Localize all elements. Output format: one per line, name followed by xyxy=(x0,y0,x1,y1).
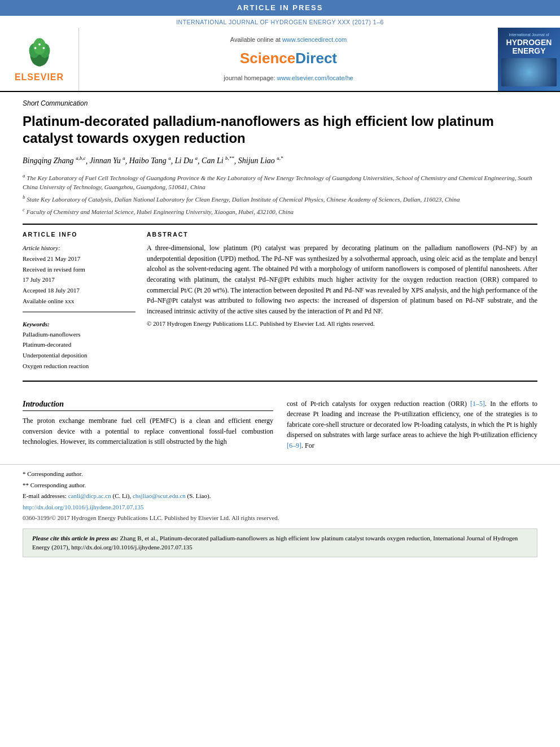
received-date: Received 21 May 2017 xyxy=(23,254,135,264)
abstract-text: A three-dimensional, low platinum (Pt) c… xyxy=(147,243,537,316)
sciencedirect-url[interactable]: www.sciencedirect.com xyxy=(282,36,347,43)
abstract-copyright: © 2017 Hydrogen Energy Publications LLC.… xyxy=(147,320,537,328)
ref-1-5[interactable]: [1–5] xyxy=(470,400,485,408)
author-lidu: Li Du a xyxy=(175,156,198,165)
footnote-corresponding-1: * Corresponding author. xyxy=(23,469,537,479)
footnote-doi: http://dx.doi.org/10.1016/j.ijhydene.201… xyxy=(23,503,537,512)
introduction-section: Introduction The proton exchange membran… xyxy=(23,399,537,451)
footnote-corresponding-2: ** Corresponding author. xyxy=(23,480,537,490)
email-label: E-mail addresses: xyxy=(23,492,67,499)
thick-divider xyxy=(23,224,537,225)
body-content: Introduction The proton exchange membran… xyxy=(0,387,560,451)
intro-left: Introduction The proton exchange membran… xyxy=(23,399,273,451)
citation-label: Please cite this article in press as: xyxy=(32,535,119,541)
keyword-3: Underpotential deposition xyxy=(23,350,135,361)
author-canli: Can Li b,** xyxy=(202,156,234,165)
article-title: Platinum-decorated palladium-nanoflowers… xyxy=(23,113,537,147)
sd-direct: Direct xyxy=(295,50,337,67)
article-in-press-text: ARTICLE IN PRESS xyxy=(237,3,323,12)
journal-header-line: INTERNATIONAL JOURNAL OF HYDROGEN ENERGY… xyxy=(0,16,560,28)
journal-url[interactable]: www.elsevier.com/locate/he xyxy=(277,75,353,81)
keywords-section: Keywords: Palladium-nanoflowers Platinum… xyxy=(23,320,135,371)
keywords-label: Keywords: xyxy=(23,320,135,329)
authors-line: Bingqing Zhang a,b,c, Jinnan Yu a, Haibo… xyxy=(23,155,537,168)
elsevier-logo-area: ELSEVIER xyxy=(0,28,79,91)
doi-link[interactable]: http://dx.doi.org/10.1016/j.ijhydene.201… xyxy=(23,504,144,510)
article-in-press-banner: ARTICLE IN PRESS xyxy=(0,0,560,16)
svg-point-5 xyxy=(34,47,36,49)
footnote-emails: E-mail addresses: canli@dicp.ac.cn (C. L… xyxy=(23,491,537,501)
available-online: Available online xxx xyxy=(23,296,135,307)
revised-date: Received in revised form17 July 2017 xyxy=(23,264,135,285)
available-online-text: Available online at www.sciencedirect.co… xyxy=(230,36,347,44)
sd-science: Science xyxy=(240,50,295,67)
cover-title-small: International Journal of xyxy=(509,32,549,37)
citation-box: Please cite this article in press as: Zh… xyxy=(23,528,537,557)
svg-point-6 xyxy=(42,47,45,49)
intro-right: cost of Pt-rich catalysts for oxygen red… xyxy=(287,399,537,451)
article-info-col: ARTICLE INFO Article history: Received 2… xyxy=(23,230,135,372)
main-content: Short Communication Platinum-decorated p… xyxy=(0,92,560,382)
svg-point-4 xyxy=(33,38,45,55)
abstract-header: ABSTRACT xyxy=(147,230,537,239)
sciencedirect-logo: ScienceDirect xyxy=(240,48,337,68)
email1-link[interactable]: canli@dicp.ac.cn xyxy=(68,492,111,499)
elsevier-wordmark: ELSEVIER xyxy=(15,71,64,84)
article-history: Article history: Received 21 May 2017 Re… xyxy=(23,243,135,306)
affiliation-c: c Faculty of Chemistry and Material Scie… xyxy=(23,206,537,216)
center-header: Available online at www.sciencedirect.co… xyxy=(79,28,498,91)
keyword-4: Oxygen reduction reaction xyxy=(23,361,135,372)
cover-image xyxy=(501,58,557,86)
top-header: ELSEVIER Available online at www.science… xyxy=(0,28,560,92)
affiliations: a The Key Laboratory of Fuel Cell Techno… xyxy=(23,172,537,217)
elsevier-tree-icon xyxy=(23,35,56,69)
author-bingqing: Bingqing Zhang a,b,c xyxy=(23,156,86,165)
intro-title: Introduction xyxy=(23,399,273,412)
journal-citation: INTERNATIONAL JOURNAL OF HYDROGEN ENERGY… xyxy=(176,19,384,25)
author-haibo: Haibo Tang a xyxy=(129,156,171,165)
issn-copyright: 0360-3199/© 2017 Hydrogen Energy Publica… xyxy=(23,514,537,522)
accepted-date: Accepted 18 July 2017 xyxy=(23,285,135,296)
intro-right-text: cost of Pt-rich catalysts for oxygen red… xyxy=(287,399,537,451)
footnotes-section: * Corresponding author. ** Corresponding… xyxy=(0,464,560,522)
page-wrapper: ARTICLE IN PRESS INTERNATIONAL JOURNAL O… xyxy=(0,0,560,557)
svg-point-7 xyxy=(38,43,41,45)
article-type: Short Communication xyxy=(23,99,537,108)
journal-homepage: journal homepage: www.elsevier.com/locat… xyxy=(224,74,353,82)
two-col-section: ARTICLE INFO Article history: Received 2… xyxy=(23,230,537,372)
cover-title-big: HYDROGENENERGY xyxy=(506,38,552,56)
history-label: Article history: xyxy=(23,243,135,254)
journal-cover: International Journal of HYDROGENENERGY xyxy=(498,28,560,91)
keyword-1: Palladium-nanoflowers xyxy=(23,329,135,340)
email2-link[interactable]: chsjliao@scut.edu.cn xyxy=(133,492,186,499)
info-divider xyxy=(23,312,135,312)
intro-left-text: The proton exchange membrane fuel cell (… xyxy=(23,416,273,447)
article-info-header: ARTICLE INFO xyxy=(23,230,135,239)
keyword-2: Platinum-decorated xyxy=(23,339,135,350)
author-shijun: Shijun Liao a,* xyxy=(238,156,283,165)
abstract-col: ABSTRACT A three-dimensional, low platin… xyxy=(147,230,537,372)
affiliation-b: b State Key Laboratory of Catalysis, Dal… xyxy=(23,194,537,204)
affiliation-a: a The Key Laboratory of Fuel Cell Techno… xyxy=(23,172,537,192)
ref-6-9[interactable]: [6–9] xyxy=(287,442,301,449)
author-jinnan: Jinnan Yu a xyxy=(90,156,125,165)
section-divider-2 xyxy=(23,381,537,382)
